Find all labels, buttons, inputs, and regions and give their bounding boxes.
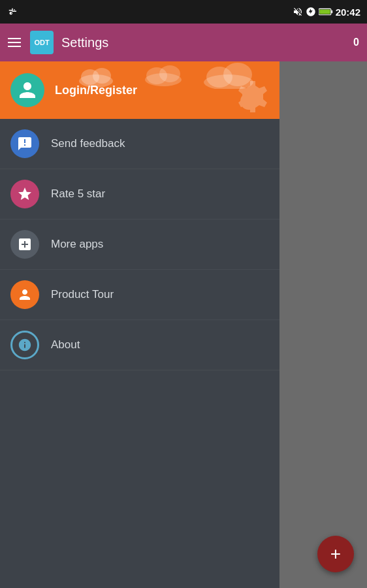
product-tour-label: Product Tour — [51, 288, 114, 301]
svg-point-5 — [93, 68, 111, 84]
toolbar-title: Settings — [61, 35, 353, 50]
hamburger-menu-icon[interactable] — [8, 38, 21, 47]
mute-icon — [293, 7, 303, 17]
status-time: 20:42 — [336, 7, 360, 18]
right-panel: + — [279, 61, 367, 588]
app-logo: ODT — [30, 31, 54, 54]
block-icon — [306, 7, 316, 17]
login-register-banner[interactable]: Login/Register — [0, 61, 279, 119]
toolbar: ODT Settings 0 — [0, 24, 367, 61]
svg-rect-2 — [319, 9, 330, 14]
menu-item-about[interactable]: About — [0, 320, 279, 370]
menu-item-send-feedback[interactable]: Send feedback — [0, 119, 279, 169]
login-avatar — [10, 73, 44, 107]
about-icon-circle — [10, 331, 39, 359]
status-bar-right: 20:42 — [293, 7, 360, 18]
menu-list: Send feedback Rate 5 star More app — [0, 119, 279, 370]
main-panel: Login/Register Send feedback — [0, 61, 279, 588]
toolbar-badge: 0 — [353, 37, 359, 48]
rate-5-star-label: Rate 5 star — [51, 188, 105, 201]
fab-plus-icon: + — [330, 545, 341, 563]
login-register-label: Login/Register — [55, 84, 137, 97]
svg-point-8 — [159, 65, 180, 82]
about-label: About — [51, 338, 80, 351]
more-apps-label: More apps — [51, 238, 103, 251]
battery-icon — [319, 7, 333, 16]
send-feedback-label: Send feedback — [51, 137, 125, 150]
status-bar: 20:42 — [0, 0, 367, 24]
menu-item-product-tour[interactable]: Product Tour — [0, 270, 279, 320]
fab-button[interactable]: + — [317, 536, 354, 572]
product-tour-icon-circle — [10, 280, 39, 309]
menu-item-rate-5-star[interactable]: Rate 5 star — [0, 169, 279, 220]
more-apps-icon-circle — [10, 230, 39, 259]
menu-item-more-apps[interactable]: More apps — [0, 220, 279, 270]
send-feedback-icon-circle — [10, 129, 39, 158]
svg-rect-1 — [331, 10, 332, 14]
status-bar-left — [7, 5, 18, 18]
app-logo-text: ODT — [34, 39, 49, 46]
usb-icon — [7, 5, 18, 18]
rate-5-star-icon-circle — [10, 180, 39, 208]
